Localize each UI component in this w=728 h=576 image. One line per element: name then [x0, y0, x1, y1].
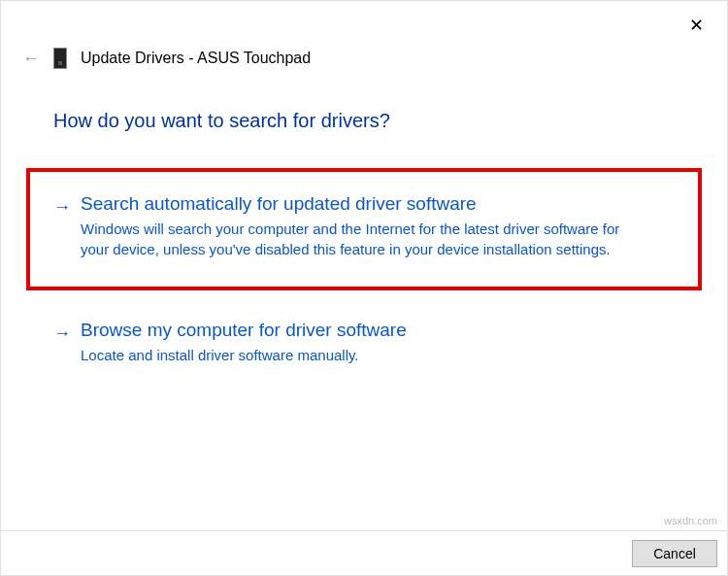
arrow-right-icon: → — [53, 193, 71, 220]
arrow-right-icon: → — [53, 320, 71, 347]
option-description: Locate and install driver software manua… — [81, 345, 634, 365]
cancel-button[interactable]: Cancel — [632, 540, 717, 567]
window-title: Update Drivers - ASUS Touchpad — [81, 50, 311, 67]
option-title: Search automatically for updated driver … — [81, 193, 675, 215]
options-area: → Search automatically for updated drive… — [26, 168, 702, 402]
close-button[interactable]: ✕ — [681, 11, 711, 40]
page-heading: How do you want to search for drivers? — [53, 110, 390, 132]
back-arrow-icon[interactable]: ← — [22, 49, 40, 69]
footer: Cancel — [1, 530, 727, 575]
option-description: Windows will search your computer and th… — [81, 219, 634, 259]
option-browse-computer[interactable]: → Browse my computer for driver software… — [26, 306, 702, 387]
option-title: Browse my computer for driver software — [81, 320, 675, 341]
watermark: wsxdn.com — [664, 515, 717, 526]
option-search-automatically[interactable]: → Search automatically for updated drive… — [26, 168, 702, 290]
device-icon — [53, 48, 67, 69]
header: ← Update Drivers - ASUS Touchpad — [22, 48, 311, 69]
close-icon: ✕ — [689, 16, 704, 35]
